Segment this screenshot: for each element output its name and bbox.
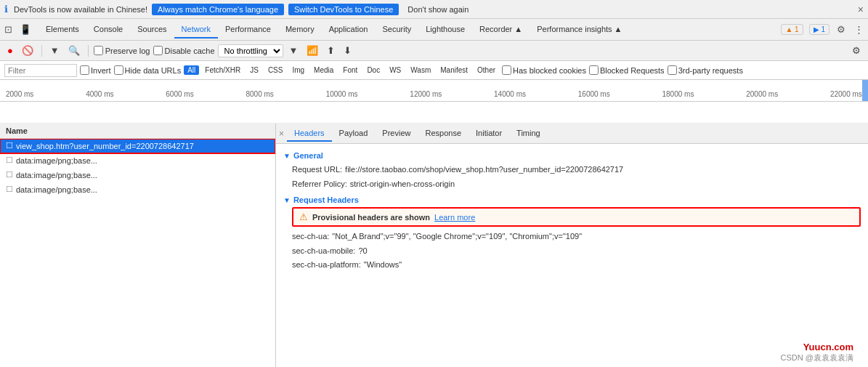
file-item-view-shop[interactable]: ☐ view_shop.htm?user_number_id=220072864… [0,139,275,153]
tab-console[interactable]: Console [86,21,130,39]
tab-sources[interactable]: Sources [130,21,174,39]
import-icon[interactable]: ⬆ [324,44,338,57]
info-bar: ℹ DevTools is now available in Chinese! … [0,0,868,19]
detail-tab-preview[interactable]: Preview [375,126,418,142]
detail-close-icon[interactable]: × [279,129,284,139]
close-icon[interactable]: × [858,4,864,15]
inspect-icon[interactable]: ⊡ [3,23,14,36]
timeline-labels: 2000 ms 4000 ms 6000 ms 8000 ms 10000 ms… [0,80,868,101]
info-badge[interactable]: ▶ 1 [809,24,830,35]
tab-recorder[interactable]: Recorder ▲ [472,21,530,39]
more-toolbar-icon[interactable]: ⚙ [849,44,864,57]
filter-tag-font[interactable]: Font [339,65,361,75]
hide-data-urls-input[interactable] [114,65,123,75]
disable-cache-input[interactable] [153,46,163,55]
filter-tag-wasm[interactable]: Wasm [407,65,434,75]
referrer-policy-value: strict-origin-when-cross-origin [350,178,455,191]
tab-memory[interactable]: Memory [278,21,322,39]
tab-network[interactable]: Network [174,21,218,39]
tab-security[interactable]: Security [375,21,418,39]
filter-icon[interactable]: ▼ [47,44,62,57]
file-item-data-2[interactable]: ☐ data:image/png;base... [0,168,275,182]
filter-tag-manifest[interactable]: Manifest [437,65,471,75]
warning-badge[interactable]: ▲ 1 [781,24,803,35]
clear-icon[interactable]: 🚫 [19,44,36,57]
sec-ch-ua-mobile-key: sec-ch-ua-mobile: [292,245,355,258]
general-section-label: General [293,151,323,160]
wifi-icon[interactable]: 📶 [304,44,321,57]
has-blocked-cookies-checkbox[interactable]: Has blocked cookies [502,65,586,75]
detail-tab-headers[interactable]: Headers [287,126,332,142]
file-item-data-3[interactable]: ☐ data:image/png;base... [0,182,275,197]
filter-tag-ws[interactable]: WS [386,65,405,75]
timeline-label-22000: 22000 ms [830,90,862,98]
disable-cache-checkbox[interactable]: Disable cache [153,46,215,55]
detail-tab-payload[interactable]: Payload [332,126,376,142]
filter-bar: Invert Hide data URLs All Fetch/XHR JS C… [0,61,868,80]
network-toolbar: ● 🚫 ▼ 🔍 Preserve log Disable cache No th… [0,41,868,61]
settings-icon[interactable]: ⚙ [835,23,847,36]
learn-more-link[interactable]: Learn more [434,213,475,222]
hide-data-urls-label: Hide data URLs [125,66,182,75]
filter-tag-media[interactable]: Media [310,65,337,75]
invert-input[interactable] [80,65,89,75]
request-headers-section-header[interactable]: ▼ Request Headers [283,195,861,204]
filter-tag-doc[interactable]: Doc [363,65,384,75]
sec-ch-ua-row: sec-ch-ua: "Not_A Brand";v="99", "Google… [283,230,861,244]
timeline-label-14000: 14000 ms [494,90,526,98]
switch-devtools-button[interactable]: Switch DevTools to Chinese [288,4,399,15]
filter-input[interactable] [4,64,77,77]
dont-show-again-button[interactable]: Don't show again [403,4,473,15]
name-column-header: Name [0,124,275,139]
detail-tab-response[interactable]: Response [418,126,469,142]
filter-tag-other[interactable]: Other [474,65,499,75]
tab-application[interactable]: Application [322,21,376,39]
device-icon[interactable]: 📱 [18,23,33,36]
file-icon-2: ☐ [6,156,13,165]
sec-ch-ua-platform-row: sec-ch-ua-platform: "Windows" [283,258,861,273]
has-blocked-cookies-input[interactable] [502,65,511,75]
blocked-requests-input[interactable] [589,65,599,75]
provisional-headers-warning: ⚠ Provisional headers are shown Learn mo… [292,207,861,227]
export-icon[interactable]: ⬇ [341,44,354,57]
main-area: Name ☐ view_shop.htm?user_number_id=2200… [0,124,868,367]
hide-data-urls-checkbox[interactable]: Hide data URLs [114,65,182,75]
filter-tag-all[interactable]: All [184,65,199,75]
throttle-select[interactable]: No throttling [218,44,283,57]
filter-tag-js[interactable]: JS [246,65,262,75]
filter-tag-fetch[interactable]: Fetch/XHR [201,65,244,75]
file-name-1: view_shop.htm?user_number_id=22007286427… [16,142,194,150]
match-language-button[interactable]: Always match Chrome's language [152,4,284,15]
info-icon: ℹ [4,4,8,15]
provisional-headers-text: Provisional headers are shown [312,213,430,222]
tab-lighthouse[interactable]: Lighthouse [418,21,472,39]
file-item-data-1[interactable]: ☐ data:image/png;base... [0,153,275,168]
general-section-header[interactable]: ▼ General [283,151,861,160]
preserve-log-checkbox[interactable]: Preserve log [94,46,150,55]
search-icon[interactable]: 🔍 [65,44,83,57]
timeline[interactable]: 2000 ms 4000 ms 6000 ms 8000 ms 10000 ms… [0,80,868,102]
toolbar-separator [41,45,42,57]
detail-tab-timing[interactable]: Timing [509,126,548,142]
tab-elements[interactable]: Elements [38,21,86,39]
toolbar-separator-2 [88,45,89,57]
invert-checkbox[interactable]: Invert [80,65,111,75]
request-headers-section-label: Request Headers [293,195,359,204]
preserve-log-input[interactable] [94,46,103,55]
tab-performance[interactable]: Performance [218,21,278,39]
timeline-label-18000: 18000 ms [662,90,694,98]
request-url-value: file://store.taobao.com/shop/view_shop.h… [345,164,623,177]
watermark-csdn: CSDN @袁袁袁袁满 [781,352,853,363]
third-party-input[interactable] [668,65,677,75]
detail-tab-initiator[interactable]: Initiator [469,126,509,142]
file-name-3: data:image/png;base... [16,171,97,180]
more-icon[interactable]: ⋮ [853,23,865,36]
record-icon[interactable]: ● [4,44,16,57]
filter-tag-img[interactable]: Img [288,65,308,75]
third-party-checkbox[interactable]: 3rd-party requests [668,65,743,75]
blocked-requests-checkbox[interactable]: Blocked Requests [589,65,665,75]
tab-performance-insights[interactable]: Performance insights ▲ [530,21,629,39]
filter-tag-css[interactable]: CSS [264,65,287,75]
throttle-dropdown-icon[interactable]: ▼ [286,44,301,57]
warning-icon: ⚠ [299,211,308,222]
